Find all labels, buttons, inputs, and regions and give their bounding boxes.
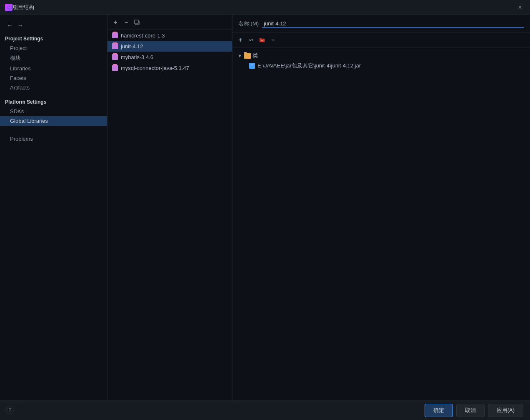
platform-settings-header: Platform Settings xyxy=(0,97,107,107)
svg-rect-6 xyxy=(250,65,254,67)
name-label: 名称:(M) xyxy=(238,20,259,27)
svg-rect-7 xyxy=(251,64,253,65)
name-input[interactable] xyxy=(262,20,524,28)
name-row: 名称:(M) xyxy=(232,15,530,32)
add-library-button[interactable]: + xyxy=(111,18,120,27)
tree-child-item[interactable]: E:\JAVAEE\jar包及其它\junit-4\junit-4.12.jar xyxy=(249,61,525,71)
library-item-mysql[interactable]: mysql-connector-java-5.1.47 xyxy=(108,62,232,73)
project-settings-header: Project Settings xyxy=(0,33,107,43)
tree-children: E:\JAVAEE\jar包及其它\junit-4\junit-4.12.jar xyxy=(238,61,525,71)
link-entry-button[interactable] xyxy=(247,35,256,45)
window-title: 项目结构 xyxy=(12,4,34,11)
library-icon xyxy=(112,65,118,71)
sidebar: ← → Project Settings Project 模块 Librarie… xyxy=(0,15,108,400)
add-folder-button[interactable]: + xyxy=(258,35,267,45)
app-logo xyxy=(5,4,12,11)
remove-entry-button[interactable]: − xyxy=(268,35,278,45)
cancel-button[interactable]: 取消 xyxy=(456,404,485,417)
sidebar-item-libraries[interactable]: Libraries xyxy=(0,64,107,73)
sidebar-nav: ← → xyxy=(0,19,107,33)
bottom-bar: ? 确定 取消 应用(A) xyxy=(0,400,530,420)
svg-point-1 xyxy=(8,7,10,8)
jar-file-icon xyxy=(249,63,255,69)
sidebar-item-global-libraries[interactable]: Global Libraries xyxy=(0,116,107,126)
confirm-button[interactable]: 确定 xyxy=(425,404,453,417)
svg-text:+: + xyxy=(261,39,263,42)
apply-button[interactable]: 应用(A) xyxy=(488,404,523,417)
forward-button[interactable]: → xyxy=(16,21,25,30)
jar-path-label: E:\JAVAEE\jar包及其它\junit-4\junit-4.12.jar xyxy=(258,62,361,70)
library-item-mybatis[interactable]: mybatis-3.4.6 xyxy=(108,52,232,62)
svg-rect-3 xyxy=(135,20,138,24)
library-toolbar: + − xyxy=(108,15,232,30)
library-icon xyxy=(112,43,118,50)
sidebar-item-sdks[interactable]: SDKs xyxy=(0,107,107,116)
detail-panel: 名称:(M) + + − ▼ xyxy=(232,15,530,400)
library-icon xyxy=(112,54,118,60)
copy-library-button[interactable] xyxy=(132,18,142,27)
tree-area: ▼ 类 E:\JAVAEE\jar包及其它\junit-4\junit-4.12… xyxy=(232,47,530,400)
tree-toggle-icon: ▼ xyxy=(238,53,242,58)
tree-root-label: 类 xyxy=(252,52,258,60)
close-button[interactable]: × xyxy=(515,2,525,12)
main-layout: ← → Project Settings Project 模块 Librarie… xyxy=(0,15,530,400)
help-button[interactable]: ? xyxy=(6,406,14,414)
sidebar-item-facets[interactable]: Facets xyxy=(0,73,107,83)
sidebar-item-modules[interactable]: 模块 xyxy=(0,53,107,64)
sidebar-item-problems[interactable]: Problems xyxy=(0,134,107,144)
library-item-junit[interactable]: junit-4.12 xyxy=(108,41,232,52)
library-icon xyxy=(112,32,118,39)
titlebar: 项目结构 × xyxy=(0,0,530,15)
library-item-hamcrest[interactable]: hamcrest-core-1.3 xyxy=(108,30,232,41)
sidebar-item-artifacts[interactable]: Artifacts xyxy=(0,83,107,92)
sidebar-item-project[interactable]: Project xyxy=(0,43,107,53)
tree-root-node[interactable]: ▼ 类 xyxy=(238,51,525,61)
folder-icon xyxy=(244,53,251,59)
remove-library-button[interactable]: − xyxy=(122,18,131,27)
add-entry-button[interactable]: + xyxy=(236,35,245,45)
library-panel: + − hamcrest-core-1.3 junit-4.12 xyxy=(108,15,232,400)
back-button[interactable]: ← xyxy=(5,21,14,30)
detail-toolbar: + + − xyxy=(232,32,530,47)
library-list: hamcrest-core-1.3 junit-4.12 mybatis-3.4… xyxy=(108,30,232,400)
